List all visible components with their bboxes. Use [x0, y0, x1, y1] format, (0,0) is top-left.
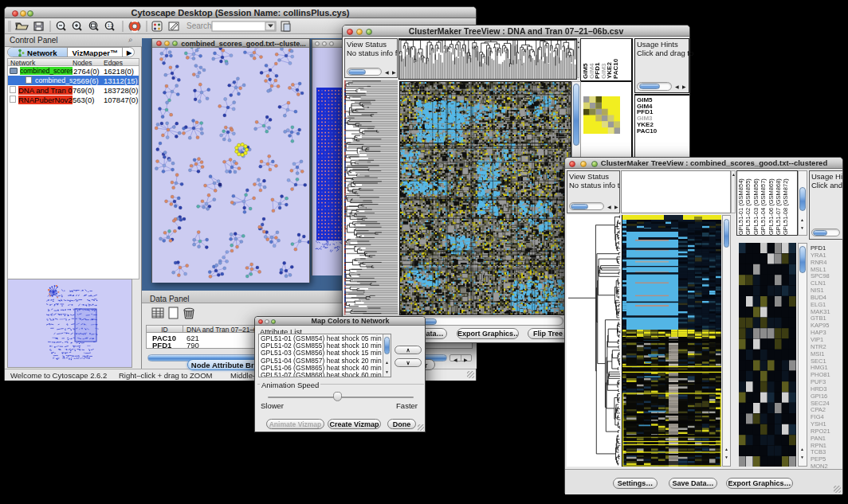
svg-text:1:1: 1:1	[108, 24, 113, 28]
svg-text:Search:: Search:	[186, 21, 214, 30]
